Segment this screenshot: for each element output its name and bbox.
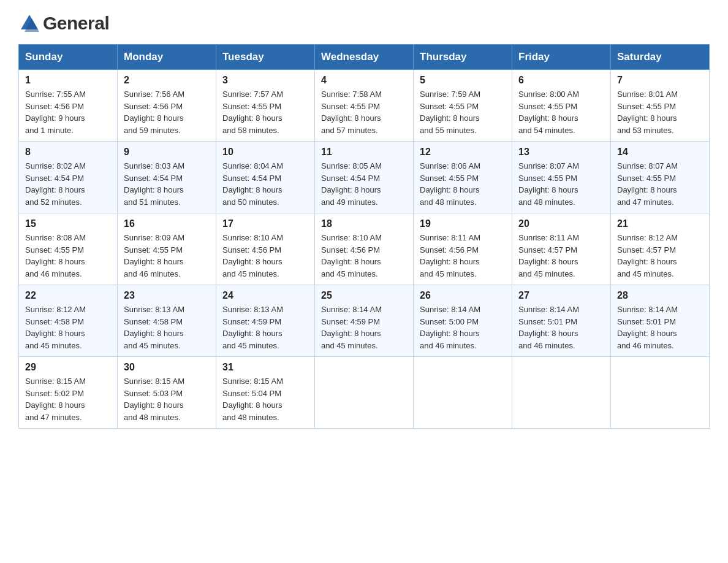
- calendar-day-cell: 15Sunrise: 8:08 AMSunset: 4:55 PMDayligh…: [19, 213, 118, 285]
- day-info: Sunrise: 8:14 AMSunset: 5:00 PMDaylight:…: [420, 304, 506, 351]
- day-number: 2: [124, 75, 210, 86]
- day-info: Sunrise: 8:14 AMSunset: 4:59 PMDaylight:…: [321, 304, 407, 351]
- calendar-day-cell: 20Sunrise: 8:11 AMSunset: 4:57 PMDayligh…: [512, 213, 611, 285]
- day-info: Sunrise: 8:07 AMSunset: 4:55 PMDaylight:…: [617, 160, 703, 208]
- day-number: 18: [321, 218, 407, 229]
- calendar-day-cell: 9Sunrise: 8:03 AMSunset: 4:54 PMDaylight…: [118, 142, 216, 213]
- day-info: Sunrise: 8:12 AMSunset: 4:58 PMDaylight:…: [25, 304, 111, 351]
- calendar-day-cell: 31Sunrise: 8:15 AMSunset: 5:04 PMDayligh…: [216, 357, 315, 429]
- day-info: Sunrise: 8:02 AMSunset: 4:54 PMDaylight:…: [25, 160, 111, 208]
- calendar-day-cell: 16Sunrise: 8:09 AMSunset: 4:55 PMDayligh…: [118, 213, 216, 285]
- calendar-day-cell: 12Sunrise: 8:06 AMSunset: 4:55 PMDayligh…: [414, 142, 512, 213]
- day-info: Sunrise: 7:58 AMSunset: 4:55 PMDaylight:…: [321, 88, 407, 136]
- day-info: Sunrise: 8:04 AMSunset: 4:54 PMDaylight:…: [222, 160, 308, 208]
- calendar-day-cell: 3Sunrise: 7:57 AMSunset: 4:55 PMDaylight…: [216, 70, 315, 142]
- calendar-day-cell: 27Sunrise: 8:14 AMSunset: 5:01 PMDayligh…: [512, 285, 611, 357]
- day-number: 24: [222, 290, 308, 301]
- day-info: Sunrise: 8:03 AMSunset: 4:54 PMDaylight:…: [124, 160, 210, 208]
- day-number: 15: [25, 218, 111, 229]
- day-of-week-header: Thursday: [414, 45, 512, 70]
- calendar-week-row: 15Sunrise: 8:08 AMSunset: 4:55 PMDayligh…: [19, 213, 710, 285]
- day-info: Sunrise: 7:57 AMSunset: 4:55 PMDaylight:…: [222, 88, 308, 136]
- calendar-day-cell: 10Sunrise: 8:04 AMSunset: 4:54 PMDayligh…: [216, 142, 315, 213]
- day-of-week-header: Sunday: [19, 45, 118, 70]
- day-number: 29: [25, 362, 111, 373]
- day-info: Sunrise: 8:14 AMSunset: 5:01 PMDaylight:…: [617, 304, 703, 351]
- day-info: Sunrise: 8:12 AMSunset: 4:57 PMDaylight:…: [617, 232, 703, 280]
- day-number: 10: [222, 147, 308, 158]
- calendar-day-cell: 13Sunrise: 8:07 AMSunset: 4:55 PMDayligh…: [512, 142, 611, 213]
- calendar-day-cell: 28Sunrise: 8:14 AMSunset: 5:01 PMDayligh…: [611, 285, 710, 357]
- day-number: 20: [518, 218, 604, 229]
- empty-cell: [414, 357, 512, 429]
- day-number: 19: [420, 218, 506, 229]
- calendar-day-cell: 24Sunrise: 8:13 AMSunset: 4:59 PMDayligh…: [216, 285, 315, 357]
- day-number: 6: [518, 75, 604, 86]
- day-number: 21: [617, 218, 703, 229]
- day-number: 7: [617, 75, 703, 86]
- calendar-day-cell: 11Sunrise: 8:05 AMSunset: 4:54 PMDayligh…: [315, 142, 414, 213]
- day-info: Sunrise: 8:08 AMSunset: 4:55 PMDaylight:…: [25, 232, 111, 280]
- day-number: 22: [25, 290, 111, 301]
- day-info: Sunrise: 8:15 AMSunset: 5:04 PMDaylight:…: [222, 375, 308, 423]
- day-info: Sunrise: 8:07 AMSunset: 4:55 PMDaylight:…: [518, 160, 604, 208]
- calendar-week-row: 1Sunrise: 7:55 AMSunset: 4:56 PMDaylight…: [19, 70, 710, 142]
- day-number: 26: [420, 290, 506, 301]
- day-number: 12: [420, 147, 506, 158]
- day-info: Sunrise: 8:14 AMSunset: 5:01 PMDaylight:…: [518, 304, 604, 351]
- day-number: 17: [222, 218, 308, 229]
- day-info: Sunrise: 8:06 AMSunset: 4:55 PMDaylight:…: [420, 160, 506, 208]
- calendar-week-row: 22Sunrise: 8:12 AMSunset: 4:58 PMDayligh…: [19, 285, 710, 357]
- day-number: 1: [25, 75, 111, 86]
- calendar-day-cell: 6Sunrise: 8:00 AMSunset: 4:55 PMDaylight…: [512, 70, 611, 142]
- calendar-day-cell: 23Sunrise: 8:13 AMSunset: 4:58 PMDayligh…: [118, 285, 216, 357]
- calendar-day-cell: 5Sunrise: 7:59 AMSunset: 4:55 PMDaylight…: [414, 70, 512, 142]
- calendar-day-cell: 30Sunrise: 8:15 AMSunset: 5:03 PMDayligh…: [118, 357, 216, 429]
- day-info: Sunrise: 8:05 AMSunset: 4:54 PMDaylight:…: [321, 160, 407, 208]
- calendar-day-cell: 25Sunrise: 8:14 AMSunset: 4:59 PMDayligh…: [315, 285, 414, 357]
- day-number: 14: [617, 147, 703, 158]
- calendar-week-row: 8Sunrise: 8:02 AMSunset: 4:54 PMDaylight…: [19, 142, 710, 213]
- day-info: Sunrise: 8:09 AMSunset: 4:55 PMDaylight:…: [124, 232, 210, 280]
- calendar-day-cell: 7Sunrise: 8:01 AMSunset: 4:55 PMDaylight…: [611, 70, 710, 142]
- day-info: Sunrise: 8:11 AMSunset: 4:56 PMDaylight:…: [420, 232, 506, 280]
- day-number: 23: [124, 290, 210, 301]
- calendar-day-cell: 29Sunrise: 8:15 AMSunset: 5:02 PMDayligh…: [19, 357, 118, 429]
- calendar-day-cell: 22Sunrise: 8:12 AMSunset: 4:58 PMDayligh…: [19, 285, 118, 357]
- day-number: 16: [124, 218, 210, 229]
- day-number: 30: [124, 362, 210, 373]
- day-of-week-header: Friday: [512, 45, 611, 70]
- day-info: Sunrise: 8:01 AMSunset: 4:55 PMDaylight:…: [617, 88, 703, 136]
- day-info: Sunrise: 8:11 AMSunset: 4:57 PMDaylight:…: [518, 232, 604, 280]
- logo: General: [18, 12, 109, 32]
- calendar-table: SundayMondayTuesdayWednesdayThursdayFrid…: [18, 44, 710, 429]
- logo-general-text: General: [43, 13, 109, 34]
- day-info: Sunrise: 8:00 AMSunset: 4:55 PMDaylight:…: [518, 88, 604, 136]
- calendar-day-cell: 18Sunrise: 8:10 AMSunset: 4:56 PMDayligh…: [315, 213, 414, 285]
- empty-cell: [611, 357, 710, 429]
- day-of-week-header: Tuesday: [216, 45, 315, 70]
- calendar-day-cell: 8Sunrise: 8:02 AMSunset: 4:54 PMDaylight…: [19, 142, 118, 213]
- calendar-day-cell: 2Sunrise: 7:56 AMSunset: 4:56 PMDaylight…: [118, 70, 216, 142]
- day-of-week-header: Saturday: [611, 45, 710, 70]
- day-of-week-header: Wednesday: [315, 45, 414, 70]
- day-number: 13: [518, 147, 604, 158]
- day-info: Sunrise: 8:15 AMSunset: 5:03 PMDaylight:…: [124, 375, 210, 423]
- day-info: Sunrise: 8:10 AMSunset: 4:56 PMDaylight:…: [321, 232, 407, 280]
- calendar-day-cell: 26Sunrise: 8:14 AMSunset: 5:00 PMDayligh…: [414, 285, 512, 357]
- day-info: Sunrise: 8:13 AMSunset: 4:58 PMDaylight:…: [124, 304, 210, 351]
- calendar-day-cell: 1Sunrise: 7:55 AMSunset: 4:56 PMDaylight…: [19, 70, 118, 142]
- day-info: Sunrise: 7:55 AMSunset: 4:56 PMDaylight:…: [25, 88, 111, 136]
- calendar-day-cell: 4Sunrise: 7:58 AMSunset: 4:55 PMDaylight…: [315, 70, 414, 142]
- day-of-week-header: Monday: [118, 45, 216, 70]
- day-number: 3: [222, 75, 308, 86]
- day-number: 11: [321, 147, 407, 158]
- calendar-week-row: 29Sunrise: 8:15 AMSunset: 5:02 PMDayligh…: [19, 357, 710, 429]
- calendar-day-cell: 14Sunrise: 8:07 AMSunset: 4:55 PMDayligh…: [611, 142, 710, 213]
- day-number: 5: [420, 75, 506, 86]
- calendar-day-cell: 21Sunrise: 8:12 AMSunset: 4:57 PMDayligh…: [611, 213, 710, 285]
- day-info: Sunrise: 8:15 AMSunset: 5:02 PMDaylight:…: [25, 375, 111, 423]
- day-number: 9: [124, 147, 210, 158]
- calendar-header-row: SundayMondayTuesdayWednesdayThursdayFrid…: [19, 45, 710, 70]
- page-header: General: [18, 12, 710, 32]
